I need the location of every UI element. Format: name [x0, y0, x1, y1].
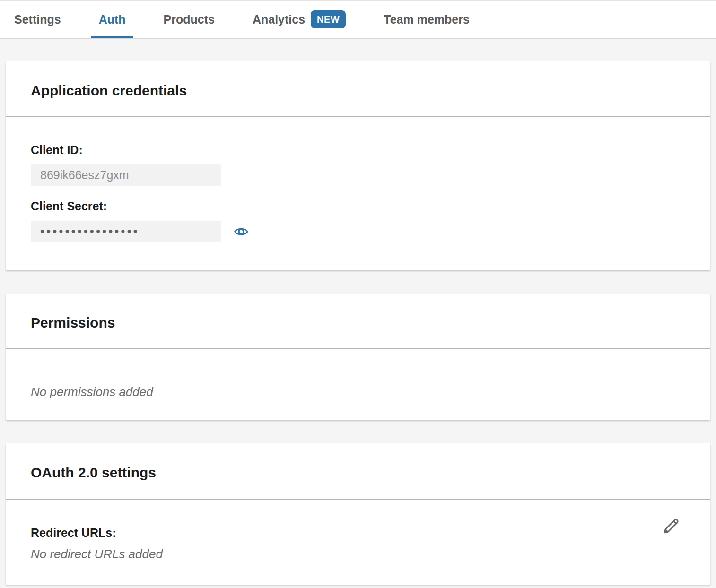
client-secret-input[interactable] — [31, 221, 221, 242]
client-id-input[interactable] — [31, 164, 221, 186]
application-credentials-body: Client ID: Client Secret: — [6, 117, 710, 270]
eye-icon — [233, 225, 249, 239]
tab-team-members[interactable]: Team members — [376, 1, 477, 38]
pencil-icon — [661, 530, 681, 537]
oauth-settings-body: Redirect URLs: No redirect URLs added — [6, 500, 710, 585]
redirect-urls-label: Redirect URLs: — [31, 526, 685, 540]
tab-settings-label: Settings — [14, 13, 61, 26]
application-credentials-header: Application credentials — [6, 61, 710, 117]
tab-analytics-label: Analytics — [253, 13, 305, 26]
oauth-settings-title: OAuth 2.0 settings — [31, 465, 685, 481]
oauth-settings-card: OAuth 2.0 settings Redirect URLs: No red… — [6, 443, 710, 585]
tab-analytics[interactable]: Analytics NEW — [245, 1, 353, 38]
client-secret-label: Client Secret: — [31, 199, 685, 213]
tab-team-members-label: Team members — [384, 13, 470, 26]
tab-products-label: Products — [164, 13, 215, 26]
permissions-card: Permissions No permissions added — [6, 294, 710, 420]
redirect-urls-empty-text: No redirect URLs added — [31, 546, 685, 562]
permissions-header: Permissions — [6, 294, 710, 349]
permissions-title: Permissions — [31, 315, 685, 331]
client-id-label: Client ID: — [31, 143, 685, 157]
tab-auth[interactable]: Auth — [91, 1, 133, 38]
tab-bar: Settings Auth Products Analytics NEW Tea… — [0, 0, 716, 39]
oauth-settings-header: OAuth 2.0 settings — [6, 443, 710, 500]
edit-redirect-urls-button[interactable] — [661, 516, 681, 536]
new-badge: NEW — [311, 10, 346, 28]
permissions-empty-text: No permissions added — [31, 384, 685, 399]
reveal-secret-button[interactable] — [233, 225, 249, 239]
tab-auth-label: Auth — [99, 13, 126, 26]
application-credentials-title: Application credentials — [31, 83, 685, 99]
application-credentials-card: Application credentials Client ID: Clien… — [6, 61, 710, 270]
tab-products[interactable]: Products — [156, 1, 222, 38]
tab-settings[interactable]: Settings — [7, 1, 69, 38]
permissions-body: No permissions added — [6, 349, 710, 420]
